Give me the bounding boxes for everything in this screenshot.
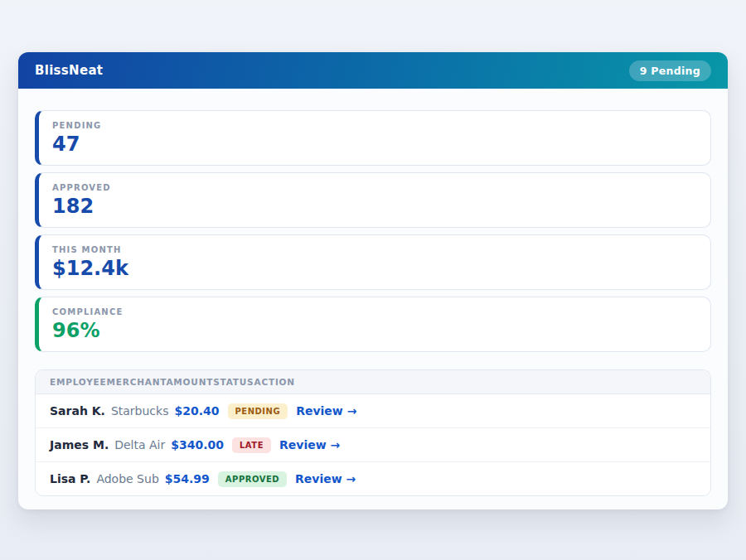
main-content: PENDING 47 APPROVED 182 THIS MONTH $12.4… <box>18 89 728 513</box>
expense-table: EMPLOYEEMERCHANTAMOUNTSTATUSACTION Sarah… <box>35 369 711 496</box>
review-link[interactable]: Review → <box>295 472 356 485</box>
app-header: BlissNeat 9 Pending <box>18 52 728 89</box>
stat-value: $12.4k <box>52 258 697 279</box>
stat-value: 47 <box>52 133 697 155</box>
column-header-status: STATUS <box>213 377 254 387</box>
column-header-merchant: MERCHANT <box>107 377 167 387</box>
stat-value: 96% <box>52 320 697 341</box>
status-badge: APPROVED <box>218 471 287 487</box>
app-window: BlissNeat 9 Pending PENDING 47 APPROVED … <box>18 52 728 509</box>
table-row: Lisa P. Adobe Sub $54.99 APPROVED Review… <box>36 462 710 495</box>
stat-label: APPROVED <box>52 183 697 192</box>
merchant-name: Delta Air <box>114 438 165 451</box>
table-row: Sarah K. Starbucks $20.40 PENDING Review… <box>36 394 710 428</box>
status-badge: LATE <box>232 437 271 453</box>
merchant-name: Adobe Sub <box>96 472 158 485</box>
stat-label: THIS MONTH <box>52 245 697 254</box>
stat-card-this-month: THIS MONTH $12.4k <box>35 234 711 290</box>
stat-card-approved: APPROVED 182 <box>35 172 711 228</box>
pending-count-badge: 9 Pending <box>629 60 711 81</box>
column-header-action: ACTION <box>254 377 294 387</box>
stat-card-pending: PENDING 47 <box>35 110 711 166</box>
review-link[interactable]: Review → <box>296 404 356 418</box>
table-row: James M. Delta Air $340.00 LATE Review → <box>36 428 710 462</box>
employee-name: James M. <box>50 438 109 451</box>
amount-value: $340.00 <box>171 438 224 451</box>
stat-label: PENDING <box>52 121 697 130</box>
status-badge: PENDING <box>228 403 288 419</box>
app-title: BlissNeat <box>35 63 103 78</box>
amount-value: $20.40 <box>174 404 219 418</box>
column-header-amount: AMOUNT <box>166 377 213 387</box>
stat-card-compliance: COMPLIANCE 96% <box>35 297 711 352</box>
column-header-employee: EMPLOYEE <box>50 377 107 387</box>
review-link[interactable]: Review → <box>279 438 340 451</box>
employee-name: Sarah K. <box>50 404 105 418</box>
stat-label: COMPLIANCE <box>52 307 697 316</box>
employee-name: Lisa P. <box>50 472 90 485</box>
table-header-row: EMPLOYEEMERCHANTAMOUNTSTATUSACTION <box>36 370 710 394</box>
merchant-name: Starbucks <box>111 404 169 418</box>
stat-value: 182 <box>52 196 697 217</box>
amount-value: $54.99 <box>165 472 210 485</box>
